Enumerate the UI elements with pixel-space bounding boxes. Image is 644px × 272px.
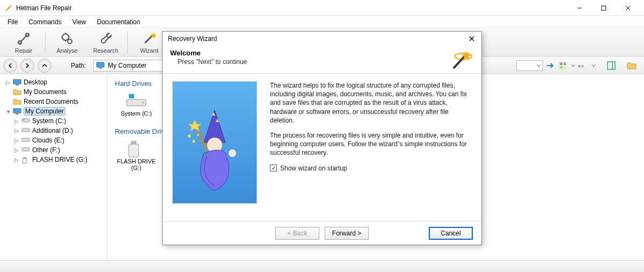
window-title: Hetman File Repair: [16, 4, 71, 12]
close-button[interactable]: [616, 0, 640, 16]
svg-rect-16: [97, 62, 104, 67]
toolbar-analyse[interactable]: Analyse: [48, 29, 86, 56]
monitor-icon: [13, 108, 21, 114]
gears-icon: [60, 31, 75, 46]
monitor-icon: [13, 79, 21, 85]
svg-point-38: [142, 102, 144, 104]
svg-rect-28: [16, 113, 19, 114]
welcome-heading: Welcome: [170, 49, 448, 57]
toolbar-research[interactable]: Research: [86, 29, 125, 56]
forward-nav-button[interactable]: [20, 59, 34, 73]
svg-rect-40: [131, 141, 136, 144]
svg-point-52: [193, 140, 195, 143]
svg-point-7: [18, 41, 21, 44]
separator: [45, 32, 46, 53]
svg-rect-3: [602, 6, 606, 10]
tree-item-mydocs[interactable]: My Documents: [2, 87, 105, 97]
menu-view[interactable]: View: [68, 17, 91, 27]
separator: [127, 32, 128, 53]
svg-rect-37: [129, 94, 134, 98]
svg-rect-23: [608, 62, 615, 69]
svg-point-53: [197, 134, 199, 136]
tree-item-clouds[interactable]: ▷Clouds (E:): [2, 135, 105, 145]
menu-file[interactable]: File: [3, 17, 22, 27]
sort-az-icon[interactable]: a:z: [577, 60, 589, 71]
svg-point-6: [26, 33, 29, 37]
tree-item-system[interactable]: ▷System (C:): [2, 116, 105, 126]
cancel-button[interactable]: Cancel: [429, 227, 473, 240]
svg-rect-18: [560, 62, 562, 65]
tree-item-additional[interactable]: ▷Additional (D:): [2, 126, 105, 135]
toolbar-analyse-label: Analyse: [56, 47, 77, 54]
folder-tree: ▷Desktop My Documents Recent Documents ▾…: [0, 74, 107, 260]
dialog-title: Recovery Wizard: [168, 35, 217, 42]
up-button[interactable]: [38, 59, 52, 73]
toolbar-repair[interactable]: Repair: [4, 29, 43, 56]
filter-dropdown[interactable]: [516, 60, 543, 71]
minimize-button[interactable]: [567, 0, 591, 16]
wizard-illustration: [172, 81, 257, 204]
welcome-subtitle: Press "Next" to continue: [178, 58, 448, 66]
menu-documentation[interactable]: Documentation: [93, 17, 145, 27]
folder-icon: [13, 98, 21, 105]
statusbar: [0, 260, 644, 272]
folder-icon: [13, 89, 21, 95]
drive-icon: [21, 147, 30, 153]
toolbar-repair-label: Repair: [15, 47, 32, 54]
svg-marker-50: [188, 120, 201, 131]
wizard-paragraph-1: The wizard helps to fix the logical stru…: [270, 81, 472, 125]
menubar: File Commands View Documentation: [0, 16, 644, 28]
toolbar-research-label: Research: [93, 47, 118, 54]
drive-flash[interactable]: FLASH DRIVE (G:): [115, 140, 158, 171]
usb-icon: [21, 156, 30, 163]
preview-pane-icon[interactable]: [605, 60, 617, 71]
titlebar: Hetman File Repair: [0, 0, 644, 16]
svg-rect-17: [99, 68, 102, 69]
drive-icon: [21, 127, 30, 134]
view-thumbnails-icon[interactable]: [557, 60, 569, 71]
tree-item-recent[interactable]: Recent Documents: [2, 97, 105, 106]
chevron-down-icon[interactable]: [570, 63, 576, 68]
tree-item-desktop[interactable]: ▷Desktop: [2, 77, 105, 87]
drive-icon: [126, 92, 147, 108]
go-arrow-icon[interactable]: [544, 60, 556, 71]
checkbox-icon: ✓: [270, 164, 277, 171]
svg-rect-20: [560, 66, 562, 69]
show-on-startup-checkbox[interactable]: ✓ Show wizard on startup: [270, 164, 472, 173]
svg-rect-26: [16, 84, 19, 85]
back-button[interactable]: [3, 59, 17, 73]
svg-rect-27: [13, 109, 21, 113]
svg-point-51: [188, 134, 191, 138]
folder-icon[interactable]: [626, 60, 638, 71]
dialog-close-button[interactable]: [465, 33, 478, 44]
wand-icon: [142, 31, 157, 46]
checkbox-label: Show wizard on startup: [280, 164, 347, 173]
svg-rect-33: [22, 148, 30, 151]
svg-rect-31: [22, 128, 30, 132]
monitor-icon: [96, 62, 105, 69]
svg-rect-19: [564, 62, 566, 65]
drive-system[interactable]: System (C:): [115, 92, 158, 117]
back-button: < Back: [275, 227, 319, 240]
svg-rect-21: [564, 66, 566, 69]
menu-commands[interactable]: Commands: [24, 17, 65, 27]
wrench-icon: [98, 31, 113, 46]
drive-icon: [21, 137, 30, 144]
path-value: My Computer: [108, 62, 147, 69]
wizard-paragraph-2: The process for recovering files is very…: [270, 131, 472, 158]
tree-item-other[interactable]: ▷Other (F:): [2, 145, 105, 155]
app-icon: [4, 4, 13, 12]
tree-item-flash[interactable]: ▷FLASH DRIVE (G:): [2, 155, 105, 164]
tree-item-mycomputer[interactable]: ▾My Computer: [2, 106, 105, 116]
svg-rect-35: [23, 159, 27, 163]
svg-point-8: [62, 34, 69, 40]
forward-button[interactable]: Forward >: [325, 227, 369, 240]
maximize-button[interactable]: [591, 0, 616, 16]
svg-rect-32: [22, 138, 30, 141]
recovery-wizard-dialog: Recovery Wizard Welcome Press "Next" to …: [162, 31, 482, 245]
toolbar-wizard-label: Wizard: [140, 47, 158, 54]
magic-wand-icon: [448, 49, 474, 70]
svg-rect-30: [23, 119, 25, 120]
chevron-down-icon[interactable]: [590, 63, 597, 68]
svg-text:a:z: a:z: [578, 63, 584, 68]
